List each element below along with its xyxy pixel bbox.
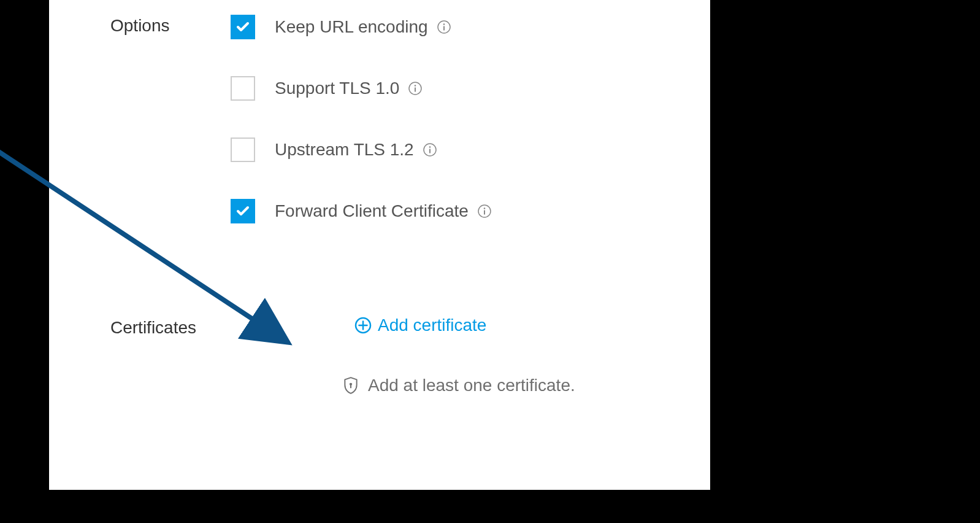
option-upstream-tls-1-2: Upstream TLS 1.2 <box>231 136 710 163</box>
svg-rect-16 <box>350 385 351 388</box>
info-icon[interactable] <box>437 20 451 34</box>
svg-point-4 <box>415 85 416 87</box>
svg-point-7 <box>429 146 431 148</box>
checkbox-keep-url-encoding[interactable] <box>231 15 255 39</box>
options-list: Keep URL encoding Support TLS 1.0 <box>231 14 710 225</box>
options-section-label: Options <box>49 14 231 36</box>
option-label: Upstream TLS 1.2 <box>275 140 414 160</box>
checkbox-upstream-tls-1-2[interactable] <box>231 138 255 162</box>
plus-circle-icon <box>354 317 372 334</box>
svg-rect-8 <box>429 149 431 153</box>
certificate-hint-text: Add at least one certificate. <box>368 376 575 395</box>
option-forward-client-certificate: Forward Client Certificate <box>231 198 710 225</box>
add-certificate-label: Add certificate <box>378 316 486 335</box>
certificates-section: Certificates Add certificate <box>49 316 710 338</box>
svg-point-1 <box>443 23 445 25</box>
info-icon[interactable] <box>477 204 492 219</box>
option-label: Forward Client Certificate <box>275 201 469 221</box>
info-icon[interactable] <box>423 142 437 157</box>
certificates-content: Add certificate <box>231 316 486 338</box>
add-certificate-button[interactable]: Add certificate <box>354 316 486 335</box>
option-support-tls-1-0: Support TLS 1.0 <box>231 75 710 102</box>
option-keep-url-encoding: Keep URL encoding <box>231 14 710 41</box>
svg-rect-2 <box>443 26 445 31</box>
checkbox-support-tls-1-0[interactable] <box>231 76 255 101</box>
option-label: Keep URL encoding <box>275 17 428 37</box>
check-icon <box>235 204 250 219</box>
checkbox-forward-client-certificate[interactable] <box>231 199 255 223</box>
svg-point-10 <box>484 207 486 209</box>
check-icon <box>235 20 250 34</box>
svg-rect-5 <box>415 88 416 92</box>
settings-panel: Options Keep URL encoding <box>49 0 710 490</box>
svg-rect-11 <box>484 211 485 215</box>
certificate-hint: Add at least one certificate. <box>342 376 710 395</box>
options-section: Options Keep URL encoding <box>49 14 710 225</box>
certificates-section-label: Certificates <box>49 316 231 338</box>
shield-icon <box>342 376 359 395</box>
option-label: Support TLS 1.0 <box>275 79 399 98</box>
info-icon[interactable] <box>408 81 423 96</box>
